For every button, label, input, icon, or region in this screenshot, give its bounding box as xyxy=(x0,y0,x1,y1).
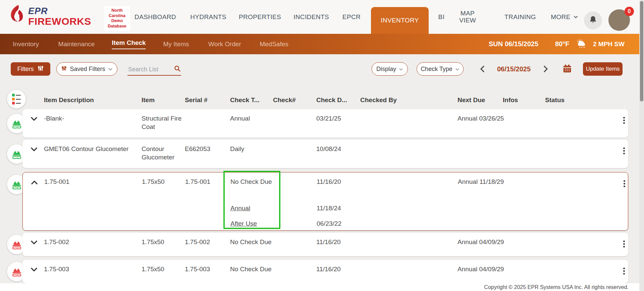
table-row: 1.75-0031.75x501.75-003Annual 04/09/29No… xyxy=(0,260,644,283)
chevron-down-icon xyxy=(573,15,578,19)
subnav-item-work-order[interactable]: Work Order xyxy=(208,41,241,48)
item-row-card[interactable]: 1.75-0011.75x501.75-001Annual 11/18/29No… xyxy=(22,172,628,231)
column-header-check-t: Check T... xyxy=(230,96,260,104)
search-input[interactable] xyxy=(127,66,174,73)
nav-item-hydrants[interactable]: HYDRANTS xyxy=(190,0,226,34)
column-header-item: Item xyxy=(142,96,155,104)
item-row-card[interactable]: GMET06 Contour GlucometerContour Glucome… xyxy=(22,140,628,168)
top-header: EPR FIREWORKS North Carolina Demo Databa… xyxy=(0,0,644,34)
collapse-row-button[interactable] xyxy=(30,178,38,186)
cell-next-due: Annual 04/09/29 xyxy=(458,265,515,273)
cell-next-due: Annual 03/26/25 xyxy=(458,114,515,123)
nav-item-properties[interactable]: PROPERTIES xyxy=(239,0,281,34)
saved-filters-dropdown[interactable]: Saved Filters xyxy=(56,62,117,76)
next-date-button[interactable] xyxy=(541,64,550,74)
nav-item-training[interactable]: TRAINING xyxy=(504,0,536,34)
nav-item-more[interactable]: MORE xyxy=(551,0,578,34)
column-header-check-d: Check D... xyxy=(316,96,347,104)
cell-check-date: 11/18/24 xyxy=(317,204,357,212)
nav-item-map-view[interactable]: MAP VIEW xyxy=(457,0,479,34)
expand-row-button[interactable] xyxy=(30,238,38,246)
nav-item-epcr[interactable]: EPCR xyxy=(342,0,361,34)
search-icon[interactable] xyxy=(174,65,181,74)
expand-row-button[interactable] xyxy=(30,115,38,123)
display-dropdown[interactable]: Display xyxy=(372,62,408,76)
weather-icon xyxy=(576,34,588,54)
item-row-card[interactable]: 1.75-0021.75x501.75-002Annual 04/09/29No… xyxy=(22,233,628,256)
cell-check-date: 06/23/22 xyxy=(317,219,357,228)
logo-text-epr: EPR xyxy=(28,7,91,16)
app: EPR FIREWORKS North Carolina Demo Databa… xyxy=(0,0,644,291)
cell-serial: E662053 xyxy=(185,145,228,153)
subnav-item-maintenance[interactable]: Maintenance xyxy=(58,41,95,48)
nav-item-bi[interactable]: BI xyxy=(438,0,445,34)
cell-item: 1.75x50 xyxy=(142,238,182,246)
cell-description: GMET06 Contour Glucometer xyxy=(44,145,140,153)
calendar-icon[interactable] xyxy=(562,64,572,74)
row-menu-button[interactable] xyxy=(621,178,628,189)
weather-temperature: 80°F xyxy=(555,34,569,54)
cell-serial: 1.75-001 xyxy=(185,177,229,186)
search-list-field xyxy=(127,64,181,76)
cell-check-type: No Check Due xyxy=(230,265,280,273)
cell-check-date: 03/21/25 xyxy=(316,114,357,123)
check-type-link[interactable]: After Use xyxy=(230,219,281,228)
update-items-button[interactable]: Update Items xyxy=(583,62,623,76)
filters-button[interactable]: Filters xyxy=(11,62,50,76)
selected-date[interactable]: 06/15/2025 xyxy=(490,62,537,76)
sliders-icon xyxy=(37,65,44,73)
subnav-item-medsafes[interactable]: MedSafes xyxy=(260,41,288,48)
item-row-card[interactable]: -Blank-Structural Fire CoatAnnual 03/26/… xyxy=(22,109,628,138)
nav-item-dashboard[interactable]: DASHBOARD xyxy=(135,0,176,34)
footer: Copyright © 2025 EPR Systems USA Inc. Al… xyxy=(0,283,644,291)
cell-check-date: 11/16/20 xyxy=(316,265,357,273)
check-type-link[interactable]: Annual xyxy=(230,204,281,212)
row-menu-button[interactable] xyxy=(620,115,628,125)
subnav-item-item-check[interactable]: Item Check xyxy=(112,39,146,49)
item-row-card[interactable]: 1.75-0031.75x501.75-003Annual 04/09/29No… xyxy=(22,260,628,283)
subnav-item-my-items[interactable]: My Items xyxy=(163,41,189,48)
app-logo[interactable]: EPR FIREWORKS xyxy=(9,4,91,28)
expand-row-button[interactable] xyxy=(30,145,38,153)
column-header-item-description: Item Description xyxy=(44,96,94,104)
nav-item-incidents[interactable]: INCIDENTS xyxy=(293,0,329,34)
cell-description: 1.75-002 xyxy=(44,238,140,246)
logo-text-fireworks: FIREWORKS xyxy=(28,16,91,26)
chevron-down-icon xyxy=(399,66,403,73)
notification-count-badge: 0 xyxy=(625,7,634,16)
chevron-down-icon xyxy=(455,66,460,73)
page-scrollbar xyxy=(639,0,644,291)
cell-item: 1.75x50 xyxy=(142,265,182,273)
table-header-row: Item DescriptionItemSerial #Check T...Ch… xyxy=(22,95,628,106)
column-header-status: Status xyxy=(545,96,565,104)
column-header-checked-by: Checked By xyxy=(360,96,397,104)
weather-day: SUN xyxy=(489,34,503,54)
previous-date-button[interactable] xyxy=(478,64,487,74)
notifications-button[interactable] xyxy=(584,11,602,29)
cell-description: -Blank- xyxy=(44,114,140,123)
cell-item: Structural Fire Coat xyxy=(142,114,182,131)
cell-check-date: 10/08/24 xyxy=(316,145,357,153)
cell-next-due: Annual 11/18/29 xyxy=(458,177,515,186)
nav-item-inventory[interactable]: INVENTORY xyxy=(371,7,429,34)
cell-check-type: Daily xyxy=(230,145,280,153)
expand-row-button[interactable] xyxy=(30,266,38,274)
weather-wind: 2 MPH SW xyxy=(593,34,625,54)
weather-date: 06/15/2025 xyxy=(505,34,538,54)
table-row: -Blank-Structural Fire CoatAnnual 03/26/… xyxy=(0,109,644,138)
subnav-item-inventory[interactable]: Inventory xyxy=(13,41,39,48)
cell-item: 1.75x50 xyxy=(142,177,183,186)
database-badge: North Carolina Demo Database xyxy=(104,6,130,31)
row-menu-button[interactable] xyxy=(620,266,628,276)
row-menu-button[interactable] xyxy=(620,239,628,249)
table-row: 1.75-0011.75x501.75-001Annual 11/18/29No… xyxy=(0,172,644,231)
column-header-next-due: Next Due xyxy=(458,96,485,104)
cell-check-type: Annual xyxy=(230,114,280,123)
row-menu-button[interactable] xyxy=(620,146,628,156)
check-type-dropdown[interactable]: Check Type xyxy=(417,62,464,76)
cell-item: Contour Glucometer xyxy=(142,145,182,161)
table-row: 1.75-0021.75x501.75-002Annual 04/09/29No… xyxy=(0,233,644,256)
inventory-subnav: InventoryMaintenanceItem CheckMy ItemsWo… xyxy=(0,34,644,54)
scrollbar-thumb[interactable] xyxy=(640,1,643,101)
chevron-down-icon xyxy=(108,66,113,73)
